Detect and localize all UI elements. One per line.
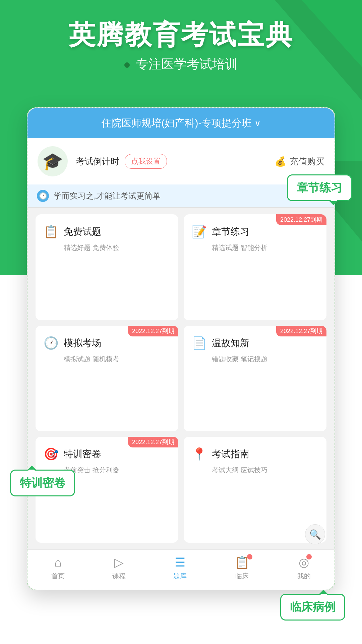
feature-title-mock-exam: 模拟考场 <box>64 337 101 350</box>
coin-icon: 💰 <box>275 156 286 167</box>
nav-badge-clinical <box>247 554 252 559</box>
search-fab[interactable]: 🔍 <box>305 524 325 544</box>
feature-card-review[interactable]: 2022.12.27到期📄温故知新错题收藏 笔记搜题 <box>184 326 326 432</box>
feature-title-review: 温故知新 <box>212 337 249 350</box>
feature-icon-row-chapter-practice: 📝章节练习 <box>191 224 319 240</box>
chevron-down-icon: ∨ <box>254 118 261 128</box>
nav-item-questions[interactable]: ☰题库 <box>173 555 187 581</box>
feature-desc-mock-exam: 模拟试题 随机模考 <box>64 355 171 364</box>
app-header[interactable]: 住院医师规培(妇产科)-专项提分班 ∨ <box>27 108 335 138</box>
feature-icon-row-special-exam: 🎯特训密卷 <box>43 446 171 462</box>
feature-icon-row-mock-exam: 🕐模拟考场 <box>43 335 171 351</box>
feature-icon-row-exam-guide: 📍考试指南 <box>191 446 319 462</box>
nav-icon-mine: ◎ <box>299 555 309 570</box>
feature-desc-review: 错题收藏 笔记搜题 <box>212 355 319 364</box>
countdown-label: 考试倒计时 <box>76 156 119 167</box>
clinical-callout-text: 临床病例 <box>290 600 336 613</box>
feature-desc-free-questions: 精选好题 免费体验 <box>64 243 171 252</box>
features-grid: 📋免费试题精选好题 免费体验2022.12.27到期📝章节练习精选试题 智能分析… <box>27 208 335 549</box>
clinical-callout-bubble: 临床病例 <box>280 594 345 621</box>
exam-countdown: 考试倒计时 点我设置 <box>76 154 266 169</box>
clock-icon: 🕐 <box>37 190 49 202</box>
app-title: 英腾教育考试宝典 <box>0 20 362 50</box>
recharge-button[interactable]: 💰 充值购买 <box>275 156 324 167</box>
nav-label-questions: 题库 <box>173 572 187 581</box>
feature-title-special-exam: 特训密卷 <box>64 448 101 461</box>
feature-badge-chapter-practice: 2022.12.27到期 <box>276 214 326 225</box>
nav-item-clinical[interactable]: 📋临床 <box>235 555 250 581</box>
feature-card-exam-guide[interactable]: 📍考试指南考试大纲 应试技巧 <box>184 437 326 543</box>
dot-indicator <box>124 62 130 68</box>
app-title-area: 英腾教育考试宝典 专注医学考试培训 <box>0 20 362 73</box>
feature-desc-chapter-practice: 精选试题 智能分析 <box>212 243 319 252</box>
nav-label-home: 首页 <box>51 572 65 581</box>
chapter-callout-text: 章节练习 <box>297 181 342 194</box>
miji-callout-text: 特训密卷 <box>20 476 65 489</box>
bottom-nav: ⌂首页▷课程☰题库📋临床◎我的 <box>27 549 335 590</box>
nav-label-course: 课程 <box>112 572 126 581</box>
nav-label-clinical: 临床 <box>235 572 249 581</box>
feature-badge-mock-exam: 2022.12.27到期 <box>128 326 178 336</box>
avatar-emoji: 🎓 <box>42 152 63 171</box>
feature-icon-row-free-questions: 📋免费试题 <box>43 224 171 240</box>
feature-title-free-questions: 免费试题 <box>64 225 101 238</box>
feature-icon-row-review: 📄温故知新 <box>191 335 319 351</box>
feature-icon-special-exam: 🎯 <box>43 446 59 462</box>
nav-icon-clinical: 📋 <box>235 555 250 570</box>
feature-title-exam-guide: 考试指南 <box>212 448 249 461</box>
nav-item-home[interactable]: ⌂首页 <box>51 555 65 581</box>
feature-icon-chapter-practice: 📝 <box>191 224 207 240</box>
feature-card-mock-exam[interactable]: 2022.12.27到期🕐模拟考场模拟试题 随机模考 <box>36 326 178 432</box>
feature-card-chapter-practice[interactable]: 2022.12.27到期📝章节练习精选试题 智能分析 <box>184 214 326 320</box>
feature-badge-review: 2022.12.27到期 <box>276 326 326 336</box>
set-countdown-button[interactable]: 点我设置 <box>125 154 167 169</box>
nav-icon-course: ▷ <box>114 555 124 570</box>
notice-text: 学而实习之,才能让考试更简单 <box>54 191 161 201</box>
feature-desc-exam-guide: 考试大纲 应试技巧 <box>212 466 319 475</box>
nav-item-course[interactable]: ▷课程 <box>112 555 126 581</box>
course-selector-title: 住院医师规培(妇产科)-专项提分班 <box>101 116 252 130</box>
nav-icon-questions: ☰ <box>175 555 185 570</box>
feature-icon-review: 📄 <box>191 335 207 351</box>
feature-card-free-questions[interactable]: 📋免费试题精选好题 免费体验 <box>36 214 178 320</box>
feature-badge-special-exam: 2022.12.27到期 <box>128 437 178 447</box>
miji-callout-bubble: 特训密卷 <box>10 470 75 496</box>
feature-desc-special-exam: 考前突击 抢分利器 <box>64 466 171 475</box>
nav-badge-mine <box>306 554 312 559</box>
feature-icon-exam-guide: 📍 <box>191 446 207 462</box>
recharge-label: 充值购买 <box>290 156 324 167</box>
feature-icon-mock-exam: 🕐 <box>43 335 59 351</box>
feature-title-chapter-practice: 章节练习 <box>212 225 249 238</box>
feature-icon-free-questions: 📋 <box>43 224 59 240</box>
chapter-callout-bubble: 章节练习 <box>287 174 352 201</box>
avatar: 🎓 <box>38 146 68 176</box>
app-subtitle-text: 专注医学考试培训 <box>136 57 238 71</box>
nav-icon-home: ⌂ <box>54 555 62 570</box>
nav-label-mine: 我的 <box>297 572 311 581</box>
nav-item-mine[interactable]: ◎我的 <box>297 555 311 581</box>
